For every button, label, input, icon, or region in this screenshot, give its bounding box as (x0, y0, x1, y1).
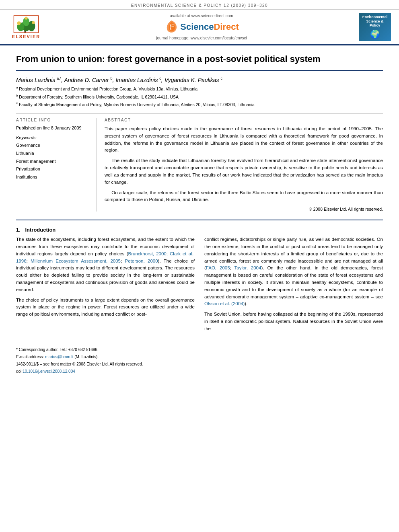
affiliations: a Regional Development and Environmental… (16, 85, 383, 108)
footnote-corresponding: * Corresponding author. Tel.: +370 682 5… (16, 347, 383, 353)
sd-logo-area: ScienceDirect (164, 20, 239, 34)
ref-taylor[interactable]: Taylor, 2004 (234, 265, 261, 270)
journal-header: ENVIRONMENTAL SCIENCE & POLICY 12 (2009)… (0, 0, 399, 10)
affiliation-c: c Faculty of Strategic Management and Po… (16, 101, 383, 108)
journal-cover-title: EnvironmentalScience &Policy (362, 15, 388, 28)
intro-para-2: The choice of policy instruments to a la… (16, 297, 195, 318)
abstract-text: This paper explores policy choices made … (105, 125, 383, 203)
footnotes-section: * Corresponding author. Tel.: +370 682 5… (16, 344, 383, 375)
ref-brunckhorst[interactable]: Brunckhorst, 2000 (128, 251, 167, 256)
authors-line: Marius Lazdinis a,*, Andrew D. Carver b,… (16, 76, 383, 83)
section-1-number: 1. (16, 227, 21, 233)
sciencedirect-logo: available at www.sciencedirect.com Scien… (44, 14, 359, 40)
svg-point-6 (32, 21, 35, 24)
body-divider (16, 220, 383, 220)
publisher-banner: ELSEVIER available at www.sciencedirect.… (0, 10, 399, 45)
intro-para-1: The state of the ecosystems, including f… (16, 236, 195, 294)
elsevier-logo: ELSEVIER (8, 13, 44, 41)
svg-point-7 (25, 16, 27, 19)
footnote-doi: doi:10.1016/j.envsci.2008.12.004 (16, 368, 383, 375)
body-two-col: The state of the ecosystems, including f… (16, 236, 383, 336)
svg-point-5 (17, 21, 21, 25)
section-1-title: Introduction (25, 227, 56, 233)
doi-link[interactable]: 10.1016/j.envsci.2008.12.004 (23, 369, 75, 374)
article-info-abstract-section: ARTICLE INFO Published on line 8 January… (16, 113, 383, 212)
body-left-col: The state of the ecosystems, including f… (16, 236, 195, 336)
banner-center: available at www.sciencedirect.com Scien… (44, 14, 359, 40)
ref-millennium[interactable]: Millennium Ecosystem Assessment, 2005 (31, 259, 121, 263)
footnote-issn: 1462-9011/$ – see front matter © 2008 El… (16, 361, 383, 368)
affiliation-a: a Regional Development and Environmental… (16, 85, 383, 92)
article-title: From union to union: forest governance i… (16, 53, 383, 71)
keyword-privatization: Privatization (16, 165, 90, 173)
elsevier-wordmark: ELSEVIER (12, 34, 40, 39)
journal-cover-globe-icon: 🌍 (370, 29, 380, 39)
section-1-heading: 1. Introduction (16, 227, 383, 233)
email-link[interactable]: marius@bmm.lt (45, 355, 73, 359)
elsevier-tree-icon (12, 15, 40, 33)
sd-wordmark: ScienceDirect (180, 22, 239, 32)
keywords-list: Governance Lithuania Forest management P… (16, 142, 90, 181)
ref-peterson[interactable]: Peter­son, 2000 (125, 259, 158, 263)
keyword-governance: Governance (16, 142, 90, 150)
sciencedirect-leaf-icon (164, 20, 179, 34)
ref-fao[interactable]: FAO, 2005 (206, 265, 230, 270)
footnote-email: E-mail address: marius@bmm.lt (M. Lazdin… (16, 354, 383, 360)
abstract-col: ABSTRACT This paper explores policy choi… (105, 118, 383, 212)
abstract-para-3: On a larger scale, the reforms of the fo… (105, 189, 383, 204)
article-main: From union to union: forest governance i… (0, 45, 399, 384)
keyword-institutions: Institutions (16, 173, 90, 181)
journal-cover: EnvironmentalScience &Policy 🌍 (359, 13, 391, 41)
article-info-col: ARTICLE INFO Published on line 8 January… (16, 118, 97, 212)
keyword-forest-management: Forest management (16, 158, 90, 166)
body-right-col: conflict regimes, dictatorships or singl… (204, 236, 383, 336)
article-info-header: ARTICLE INFO (16, 118, 90, 122)
copyright-notice: © 2008 Elsevier Ltd. All rights reserved… (105, 207, 383, 212)
affiliation-b: b Department of Forestry, Southern Illin… (16, 93, 383, 100)
intro-para-4: The Soviet Union, before having collapse… (204, 311, 383, 332)
available-text: available at www.sciencedirect.com (170, 14, 233, 18)
abstract-header: ABSTRACT (105, 118, 383, 122)
ref-olsson[interactable]: Olsson et al. (2004) (204, 301, 245, 306)
journal-url: journal homepage: www.elsevier.com/locat… (156, 36, 247, 40)
published-date: Published on line 8 January 2009 (16, 125, 90, 130)
abstract-para-1: This paper explores policy choices made … (105, 125, 383, 154)
keywords-label: Keywords: (16, 135, 90, 140)
intro-para-3: conflict regimes, dictatorships or singl… (204, 236, 383, 308)
keyword-lithuania: Lithuania (16, 150, 90, 158)
abstract-para-2: The results of the study indicate that L… (105, 157, 383, 186)
